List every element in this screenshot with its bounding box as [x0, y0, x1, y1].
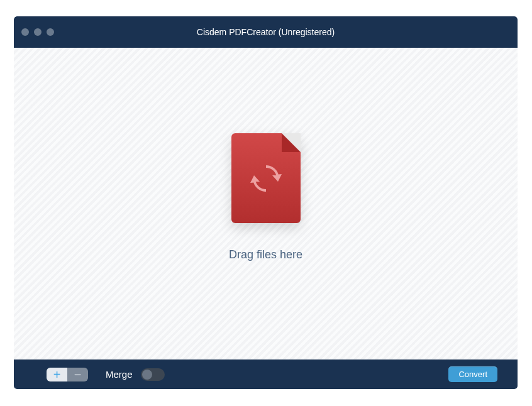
merge-toggle[interactable]	[141, 368, 165, 381]
drop-area[interactable]: Drag files here	[14, 48, 518, 359]
add-file-button[interactable]: +	[47, 368, 67, 381]
minus-icon: −	[74, 368, 82, 381]
plus-icon: +	[53, 368, 61, 381]
merge-label: Merge	[106, 369, 133, 380]
window-controls	[21, 28, 54, 36]
close-window-button[interactable]	[21, 28, 29, 36]
document-convert-icon	[231, 133, 301, 223]
drop-hint-text: Drag files here	[229, 248, 302, 261]
zoom-window-button[interactable]	[47, 28, 54, 36]
remove-file-button[interactable]: −	[67, 368, 88, 381]
convert-button[interactable]: Convert	[448, 366, 497, 382]
merge-control: Merge	[106, 368, 165, 381]
toggle-knob	[142, 370, 152, 380]
window-title: Cisdem PDFCreator (Unregistered)	[14, 27, 518, 37]
minimize-window-button[interactable]	[34, 28, 42, 36]
bottom-toolbar: + − Merge Convert	[14, 359, 518, 389]
add-remove-group: + −	[47, 368, 88, 381]
title-bar: Cisdem PDFCreator (Unregistered)	[14, 16, 518, 48]
app-window: Cisdem PDFCreator (Unregistered) Drag fi…	[14, 16, 518, 389]
